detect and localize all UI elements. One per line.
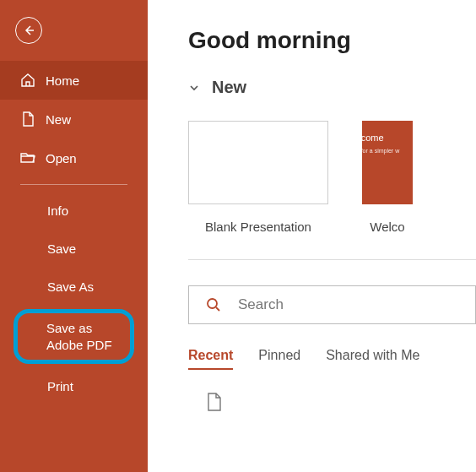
tab-recent[interactable]: Recent xyxy=(188,348,233,370)
nav-save[interactable]: Save xyxy=(0,230,148,268)
template-blank[interactable]: Blank Presentation xyxy=(188,121,328,234)
nav-save-as[interactable]: Save As xyxy=(0,268,148,306)
nav-home-label: Home xyxy=(46,73,79,88)
folder-open-icon xyxy=(20,150,35,165)
search-input[interactable] xyxy=(238,296,475,313)
tab-shared[interactable]: Shared with Me xyxy=(326,348,419,370)
svg-point-0 xyxy=(208,299,217,308)
nav-open[interactable]: Open xyxy=(0,138,148,177)
chevron-down-icon xyxy=(188,82,200,94)
file-row[interactable] xyxy=(188,392,476,412)
template-welcome[interactable]: Welcome 5 tips for a simpler w P Welco xyxy=(362,121,413,234)
templates-row: Blank Presentation Welcome 5 tips for a … xyxy=(188,121,476,234)
new-section-toggle[interactable]: New xyxy=(188,78,476,97)
tab-pinned[interactable]: Pinned xyxy=(258,348,300,370)
nav-open-label: Open xyxy=(46,151,77,165)
template-welcome-label: Welco xyxy=(370,220,404,234)
back-button[interactable] xyxy=(15,17,42,44)
sidebar-divider xyxy=(20,184,127,185)
template-blank-label: Blank Presentation xyxy=(205,220,311,234)
new-section-label: New xyxy=(212,78,246,97)
new-doc-icon xyxy=(20,111,35,127)
backstage-sidebar: Home New Open Info Save Save As Save as … xyxy=(0,0,148,472)
nav-info[interactable]: Info xyxy=(0,192,148,230)
nav-new[interactable]: New xyxy=(0,100,148,138)
file-tabs: Recent Pinned Shared with Me xyxy=(188,348,476,370)
search-box[interactable] xyxy=(188,285,476,324)
nav-save-adobe-label: Save as Adobe PDF xyxy=(46,321,112,352)
presentation-file-icon xyxy=(205,392,222,412)
section-divider xyxy=(188,259,476,260)
home-icon xyxy=(20,73,35,88)
search-icon xyxy=(189,296,238,313)
nav-save-as-adobe-pdf[interactable]: Save as Adobe PDF xyxy=(14,309,134,364)
welcome-thumb-title: Welcome xyxy=(362,133,413,143)
nav-print[interactable]: Print xyxy=(0,367,148,405)
welcome-thumb-sub: 5 tips for a simpler w xyxy=(362,148,413,154)
template-welcome-thumb: Welcome 5 tips for a simpler w P xyxy=(362,121,413,204)
nav-home[interactable]: Home xyxy=(0,61,148,100)
nav-new-label: New xyxy=(46,112,71,127)
template-blank-thumb xyxy=(188,121,328,204)
page-title: Good morning xyxy=(188,27,476,54)
arrow-left-icon xyxy=(22,24,35,37)
main-panel: Good morning New Blank Presentation Welc… xyxy=(148,0,476,472)
